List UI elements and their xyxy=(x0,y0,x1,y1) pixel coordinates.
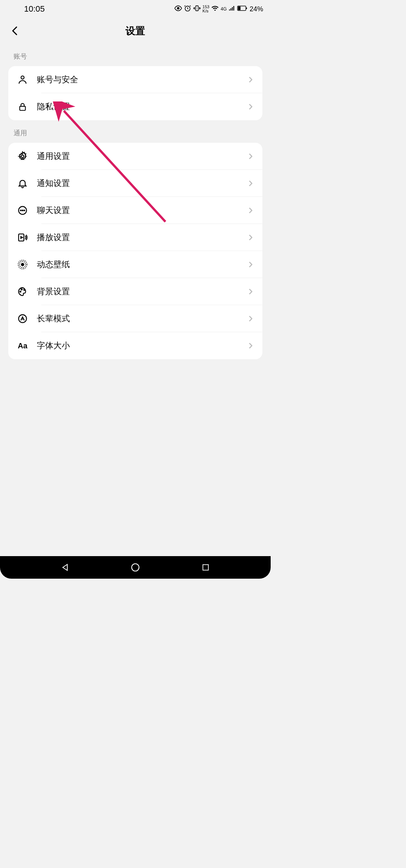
chevron-right-icon xyxy=(247,342,254,349)
app-header: 设置 xyxy=(0,18,271,44)
chevron-right-icon xyxy=(247,288,254,295)
svg-point-18 xyxy=(24,289,25,290)
gear-icon xyxy=(17,150,29,162)
page-title: 设置 xyxy=(6,24,265,38)
bell-icon xyxy=(17,177,29,189)
wifi-icon xyxy=(211,5,219,14)
item-label: 账号与安全 xyxy=(37,74,247,85)
svg-rect-2 xyxy=(195,6,198,11)
item-label: 背景设置 xyxy=(37,286,247,297)
battery-icon xyxy=(237,5,248,13)
chevron-right-icon xyxy=(247,180,254,187)
item-elder-mode[interactable]: 长辈模式 xyxy=(8,305,262,332)
item-label: 动态壁纸 xyxy=(37,259,247,270)
font-icon: Aa xyxy=(17,340,29,352)
play-icon xyxy=(17,231,29,243)
item-account-security[interactable]: 账号与安全 xyxy=(8,66,262,93)
svg-point-10 xyxy=(22,210,23,211)
eye-icon xyxy=(174,5,182,14)
item-dynamic-wallpaper[interactable]: 动态壁纸 xyxy=(8,251,262,278)
item-general-settings[interactable]: 通用设置 xyxy=(8,143,262,170)
item-label: 通知设置 xyxy=(37,178,247,189)
item-chat-settings[interactable]: 聊天设置 xyxy=(8,197,262,224)
item-font-size[interactable]: Aa 字体大小 xyxy=(8,332,262,359)
item-label: 通用设置 xyxy=(37,151,247,162)
svg-point-21 xyxy=(132,564,139,571)
item-privacy[interactable]: 隐私设置 xyxy=(8,93,262,120)
nav-back-button[interactable] xyxy=(58,561,72,574)
status-bar: 10:05 153 K/s 4G 24% xyxy=(0,0,271,18)
user-icon xyxy=(17,74,29,86)
item-background-settings[interactable]: 背景设置 xyxy=(8,278,262,305)
item-label: 播放设置 xyxy=(37,232,247,243)
chevron-right-icon xyxy=(247,207,254,214)
item-label: 聊天设置 xyxy=(37,205,247,216)
system-nav-bar xyxy=(0,556,271,579)
vibrate-icon xyxy=(193,5,201,14)
palette-icon xyxy=(17,286,29,298)
general-card: 通用设置 通知设置 聊天设置 播放设置 动态壁纸 xyxy=(8,143,262,359)
chevron-right-icon xyxy=(247,234,254,241)
chevron-right-icon xyxy=(247,103,254,110)
chevron-right-icon xyxy=(247,315,254,322)
nav-recent-button[interactable] xyxy=(199,561,212,574)
lock-icon xyxy=(17,101,29,113)
svg-point-17 xyxy=(21,289,22,290)
back-button[interactable] xyxy=(8,23,23,38)
wallpaper-icon xyxy=(17,259,29,271)
item-label: 长辈模式 xyxy=(37,313,247,324)
status-indicators: 153 K/s 4G 24% xyxy=(174,5,263,14)
svg-point-7 xyxy=(21,155,24,158)
status-time: 10:05 xyxy=(8,4,45,14)
svg-rect-22 xyxy=(203,565,208,570)
item-notification-settings[interactable]: 通知设置 xyxy=(8,170,262,197)
chevron-right-icon xyxy=(247,76,254,83)
section-header-account: 账号 xyxy=(0,44,271,66)
network-speed: 153 K/s xyxy=(203,5,209,13)
svg-point-0 xyxy=(177,7,179,9)
chevron-right-icon xyxy=(247,261,254,268)
svg-rect-6 xyxy=(20,106,25,110)
svg-point-9 xyxy=(20,210,21,211)
item-label: 字体大小 xyxy=(37,340,247,351)
chevron-right-icon xyxy=(247,153,254,160)
svg-point-16 xyxy=(20,291,21,292)
signal-icon xyxy=(229,5,235,14)
elder-icon xyxy=(17,313,29,325)
battery-percentage: 24% xyxy=(250,5,263,13)
item-label: 隐私设置 xyxy=(37,101,247,112)
svg-point-11 xyxy=(24,210,25,211)
chat-icon xyxy=(17,204,29,216)
svg-point-5 xyxy=(21,76,24,79)
nav-home-button[interactable] xyxy=(129,561,142,574)
section-header-general: 通用 xyxy=(0,120,271,143)
alarm-icon xyxy=(184,5,191,14)
network-type: 4G xyxy=(221,6,227,12)
svg-point-13 xyxy=(21,263,24,266)
svg-rect-4 xyxy=(238,7,240,10)
account-card: 账号与安全 隐私设置 xyxy=(8,66,262,120)
item-playback-settings[interactable]: 播放设置 xyxy=(8,224,262,251)
